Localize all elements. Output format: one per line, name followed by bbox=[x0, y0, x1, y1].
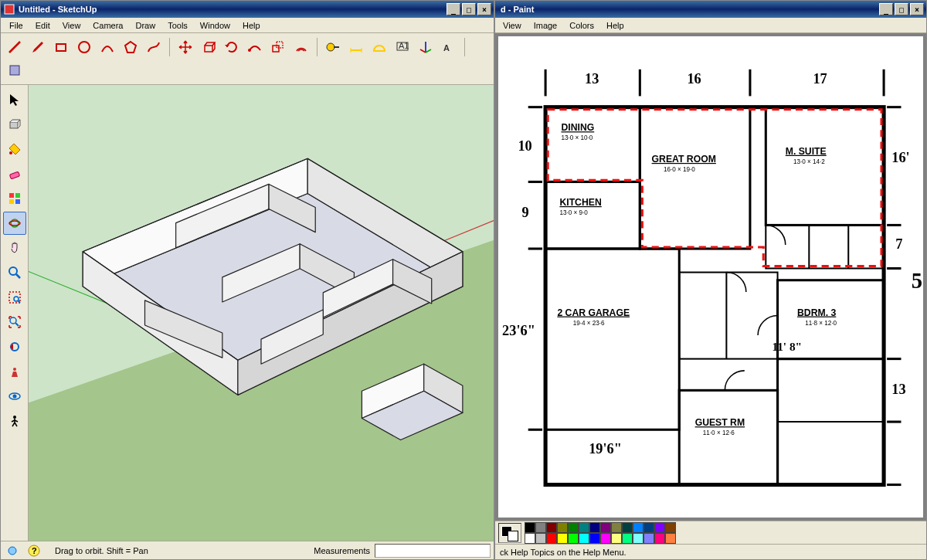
palette-swatch[interactable] bbox=[633, 533, 643, 544]
menu-image[interactable]: Image bbox=[531, 19, 561, 32]
menu-view[interactable]: View bbox=[500, 19, 525, 32]
palette-swatch[interactable] bbox=[557, 533, 568, 544]
palette-swatch[interactable] bbox=[546, 522, 557, 533]
offset-tool-icon[interactable] bbox=[290, 36, 312, 58]
menu-window[interactable]: Window bbox=[195, 19, 236, 32]
prev-view-tool-icon[interactable] bbox=[3, 335, 26, 358]
close-button[interactable]: × bbox=[910, 3, 924, 15]
axes-tool-icon[interactable] bbox=[415, 36, 436, 58]
palette-swatch[interactable] bbox=[643, 522, 654, 533]
component-tool-icon[interactable] bbox=[3, 113, 26, 136]
palette-swatch[interactable] bbox=[589, 522, 600, 533]
menu-tools[interactable]: Tools bbox=[162, 19, 193, 32]
current-colors[interactable] bbox=[498, 523, 521, 543]
palette-swatch[interactable] bbox=[665, 533, 676, 544]
scale-tool-icon[interactable] bbox=[267, 36, 289, 58]
sketchup-status-bar: ? Drag to orbit. Shift = Pan Measurement… bbox=[1, 541, 494, 559]
pushpull-tool-icon[interactable] bbox=[198, 36, 219, 58]
section-tool-icon[interactable] bbox=[4, 59, 25, 81]
text-tool-icon[interactable]: A1 bbox=[392, 36, 413, 58]
palette-swatch[interactable] bbox=[535, 533, 546, 544]
palette-swatch[interactable] bbox=[525, 522, 535, 533]
polygon-tool-icon[interactable] bbox=[120, 36, 141, 58]
help-icon[interactable]: ? bbox=[25, 543, 42, 558]
iso-tool-icon[interactable] bbox=[3, 360, 26, 383]
svg-rect-80 bbox=[679, 273, 777, 359]
svg-point-11 bbox=[327, 43, 334, 51]
dimension-tool-icon[interactable] bbox=[345, 36, 367, 58]
paint-tool-icon[interactable] bbox=[3, 137, 26, 161]
walk-tool-icon[interactable] bbox=[3, 409, 26, 433]
menu-help[interactable]: Help bbox=[603, 19, 627, 32]
arc-tool-icon[interactable] bbox=[97, 36, 118, 58]
menu-edit[interactable]: Edit bbox=[30, 19, 56, 32]
circle-tool-icon[interactable] bbox=[73, 36, 95, 58]
menu-view[interactable]: View bbox=[57, 19, 87, 32]
line-tool-icon[interactable] bbox=[4, 36, 25, 58]
freehand-tool-icon[interactable] bbox=[143, 36, 165, 58]
palette-swatch[interactable] bbox=[568, 533, 579, 544]
menu-draw[interactable]: Draw bbox=[130, 19, 161, 32]
look-tool-icon[interactable] bbox=[3, 385, 26, 408]
select-tool-icon[interactable] bbox=[3, 88, 26, 111]
protractor-tool-icon[interactable] bbox=[368, 36, 390, 58]
menu-colors[interactable]: Colors bbox=[566, 19, 597, 32]
palette-swatch[interactable] bbox=[568, 522, 579, 533]
zoom-window-tool-icon[interactable] bbox=[3, 286, 26, 309]
paint-canvas[interactable]: DINING 13·0 × 10·0 KITCHEN 13·0 × 9·0 GR… bbox=[498, 36, 923, 518]
measurements-input[interactable] bbox=[375, 544, 491, 558]
followme-tool-icon[interactable] bbox=[244, 36, 266, 58]
palette-swatch[interactable] bbox=[589, 533, 600, 544]
hand-dim-mid: 23'6" bbox=[502, 323, 535, 338]
palette-swatch[interactable] bbox=[643, 533, 654, 544]
paint-title-bar[interactable]: d - Paint _ □ × bbox=[495, 1, 926, 18]
palette-swatch[interactable] bbox=[654, 522, 665, 533]
tape-tool-icon[interactable] bbox=[322, 36, 344, 58]
svg-rect-71 bbox=[545, 107, 640, 182]
materials-tool-icon[interactable] bbox=[3, 187, 26, 210]
eraser-tool-icon[interactable] bbox=[3, 162, 26, 185]
sketchup-viewport[interactable] bbox=[29, 85, 494, 541]
palette-swatch[interactable] bbox=[600, 533, 611, 544]
palette-swatch[interactable] bbox=[579, 533, 589, 544]
palette-swatch[interactable] bbox=[665, 522, 676, 533]
pan-tool-icon[interactable] bbox=[3, 236, 26, 260]
palette-swatch[interactable] bbox=[622, 533, 633, 544]
palette-swatch[interactable] bbox=[611, 522, 622, 533]
maximize-button[interactable]: □ bbox=[895, 3, 908, 15]
menu-file[interactable]: File bbox=[4, 19, 29, 32]
palette-swatch[interactable] bbox=[546, 533, 557, 544]
palette-swatch[interactable] bbox=[579, 522, 589, 533]
svg-rect-9 bbox=[273, 46, 279, 52]
svg-rect-27 bbox=[9, 193, 14, 198]
sketchup-title-bar[interactable]: Untitled - SketchUp _ □ × bbox=[1, 1, 494, 18]
palette-swatch[interactable] bbox=[535, 522, 546, 533]
orbit-tool-icon[interactable] bbox=[3, 212, 26, 235]
palette-swatch[interactable] bbox=[622, 522, 633, 533]
move-tool-icon[interactable] bbox=[175, 36, 196, 58]
3dtext-tool-icon[interactable]: A bbox=[438, 36, 460, 58]
zoom-extents-tool-icon[interactable] bbox=[3, 311, 26, 334]
minimize-button[interactable]: _ bbox=[879, 3, 893, 15]
menu-camera[interactable]: Camera bbox=[87, 19, 128, 32]
minimize-button[interactable]: _ bbox=[447, 3, 460, 15]
room-msuite-dim: 13·0 × 14·2 bbox=[793, 158, 825, 165]
palette-swatch[interactable] bbox=[600, 522, 611, 533]
maximize-button[interactable]: □ bbox=[462, 3, 476, 15]
palette-swatch[interactable] bbox=[633, 522, 643, 533]
svg-point-8 bbox=[248, 49, 251, 52]
geolocate-icon[interactable] bbox=[4, 543, 21, 558]
close-button[interactable]: × bbox=[477, 3, 491, 15]
room-guest-dim: 11·0 × 12·6 bbox=[703, 429, 735, 436]
pencil-tool-icon[interactable] bbox=[27, 36, 49, 58]
hand-dim-left1: 10 bbox=[518, 138, 531, 154]
palette-swatch[interactable] bbox=[654, 533, 665, 544]
palette-swatch[interactable] bbox=[557, 522, 568, 533]
rect-tool-icon[interactable] bbox=[50, 36, 72, 58]
zoom-tool-icon[interactable] bbox=[3, 261, 26, 284]
palette-swatch[interactable] bbox=[525, 533, 535, 544]
menu-help[interactable]: Help bbox=[237, 19, 266, 32]
rotate-tool-icon[interactable] bbox=[221, 36, 243, 58]
palette-swatch[interactable] bbox=[611, 533, 622, 544]
paint-status-text: ck Help Topics on the Help Menu. bbox=[500, 548, 626, 557]
